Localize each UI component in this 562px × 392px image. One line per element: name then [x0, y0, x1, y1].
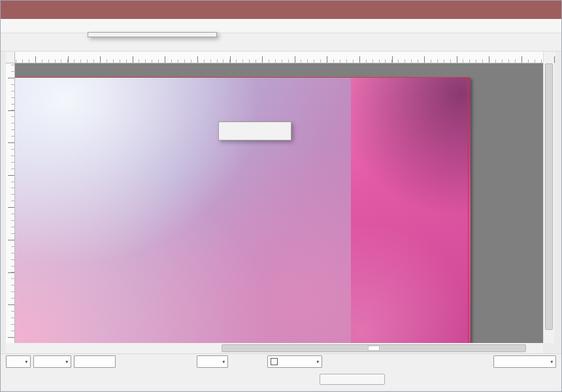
zoom-default-button[interactable]: [134, 355, 147, 368]
scroll-up-icon[interactable]: [544, 52, 555, 62]
bokeh-tint: [351, 78, 471, 343]
polygon-submenu: [218, 122, 291, 140]
zoom-in-button[interactable]: [150, 355, 163, 368]
margin-guide: [468, 78, 469, 343]
vision-combo[interactable]: ▾: [493, 355, 556, 368]
horizontal-ruler[interactable]: [15, 52, 555, 63]
status-bar: [1, 369, 561, 390]
scribus-app-icon: [6, 4, 18, 16]
bottom-controls-bar: ▾ ▾ ▾ ▾ ▾: [1, 353, 561, 369]
chevron-down-icon: ▾: [316, 359, 319, 365]
document-window-icon: [5, 20, 16, 31]
page-left-art: [15, 78, 351, 343]
chevron-down-icon: ▾: [25, 359, 27, 365]
page-number-combo[interactable]: ▾: [197, 355, 228, 368]
horizontal-scrollbar[interactable]: [6, 343, 543, 353]
next-page-button[interactable]: [236, 355, 249, 368]
menu-item-properties[interactable]: [219, 124, 291, 138]
zoom-out-button[interactable]: [118, 355, 131, 368]
menu-bar: [1, 19, 561, 33]
color-vision-button[interactable]: [478, 355, 491, 368]
unit-combo[interactable]: ▾: [6, 355, 31, 368]
zoom-spinbox[interactable]: [74, 355, 116, 368]
vertical-scrollbar[interactable]: [543, 52, 554, 343]
toolbar: [1, 33, 561, 52]
quality-combo[interactable]: ▾: [33, 355, 71, 368]
chevron-down-icon: ▾: [65, 359, 68, 365]
chevron-down-icon: ▾: [222, 359, 225, 365]
layer-combo[interactable]: ▾: [267, 355, 322, 368]
previous-page-button[interactable]: [181, 355, 194, 368]
bokeh-image: [351, 78, 471, 343]
app-window: ▾ ▾ ▾ ▾ ▾: [0, 0, 562, 392]
first-page-button[interactable]: [165, 355, 178, 368]
canvas[interactable]: [15, 63, 543, 343]
vertical-scrollbar-thumb[interactable]: [545, 63, 553, 330]
scroll-right-icon[interactable]: [533, 343, 543, 353]
scroll-down-icon[interactable]: [544, 333, 555, 343]
scrollbar-grip: [368, 346, 380, 351]
status-progress-field: [320, 374, 385, 385]
title-bar: [1, 1, 561, 19]
insert-menu: [88, 32, 217, 37]
chevron-down-icon: ▾: [550, 359, 553, 365]
document-page: [15, 77, 471, 343]
ruler-corner[interactable]: [6, 52, 15, 63]
vertical-ruler[interactable]: [6, 63, 15, 343]
layer-color-swatch: [271, 358, 278, 365]
horizontal-scrollbar-thumb[interactable]: [222, 344, 526, 352]
scroll-left-icon[interactable]: [6, 343, 16, 353]
last-page-button[interactable]: [252, 355, 265, 368]
preview-mode-button[interactable]: [462, 355, 475, 368]
